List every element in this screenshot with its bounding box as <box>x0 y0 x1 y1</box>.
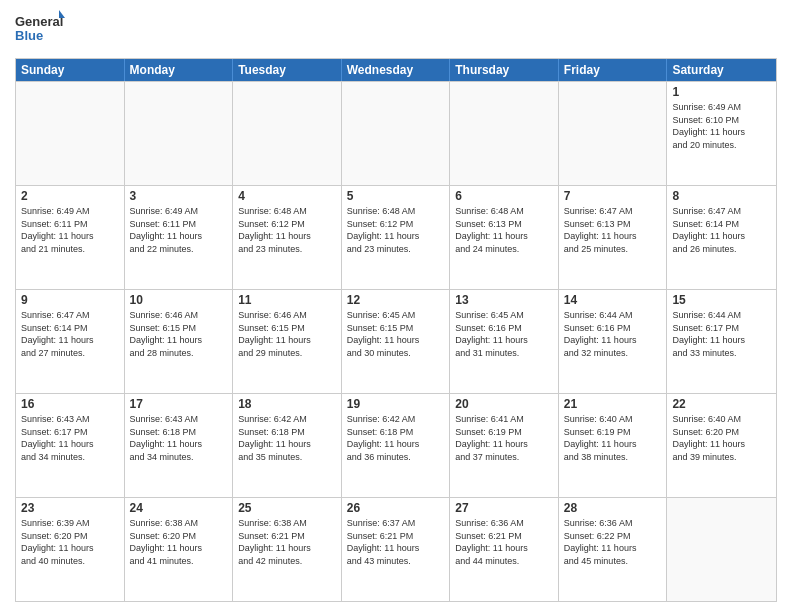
day-number: 18 <box>238 397 336 411</box>
calendar-cell <box>233 82 342 185</box>
calendar-row-1: 2Sunrise: 6:49 AMSunset: 6:11 PMDaylight… <box>16 185 776 289</box>
day-number: 5 <box>347 189 445 203</box>
day-number: 19 <box>347 397 445 411</box>
calendar-body: 1Sunrise: 6:49 AMSunset: 6:10 PMDaylight… <box>16 81 776 601</box>
calendar-cell: 11Sunrise: 6:46 AMSunset: 6:15 PMDayligh… <box>233 290 342 393</box>
header-day-tuesday: Tuesday <box>233 59 342 81</box>
calendar-cell <box>559 82 668 185</box>
calendar-cell: 18Sunrise: 6:42 AMSunset: 6:18 PMDayligh… <box>233 394 342 497</box>
header-day-monday: Monday <box>125 59 234 81</box>
cell-text: Sunrise: 6:44 AMSunset: 6:16 PMDaylight:… <box>564 309 662 359</box>
cell-text: Sunrise: 6:45 AMSunset: 6:15 PMDaylight:… <box>347 309 445 359</box>
calendar-row-0: 1Sunrise: 6:49 AMSunset: 6:10 PMDaylight… <box>16 81 776 185</box>
day-number: 4 <box>238 189 336 203</box>
cell-text: Sunrise: 6:37 AMSunset: 6:21 PMDaylight:… <box>347 517 445 567</box>
day-number: 28 <box>564 501 662 515</box>
cell-text: Sunrise: 6:48 AMSunset: 6:13 PMDaylight:… <box>455 205 553 255</box>
calendar-cell: 6Sunrise: 6:48 AMSunset: 6:13 PMDaylight… <box>450 186 559 289</box>
cell-text: Sunrise: 6:46 AMSunset: 6:15 PMDaylight:… <box>130 309 228 359</box>
cell-text: Sunrise: 6:38 AMSunset: 6:21 PMDaylight:… <box>238 517 336 567</box>
calendar-row-4: 23Sunrise: 6:39 AMSunset: 6:20 PMDayligh… <box>16 497 776 601</box>
cell-text: Sunrise: 6:41 AMSunset: 6:19 PMDaylight:… <box>455 413 553 463</box>
day-number: 26 <box>347 501 445 515</box>
cell-text: Sunrise: 6:49 AMSunset: 6:10 PMDaylight:… <box>672 101 771 151</box>
svg-text:Blue: Blue <box>15 28 43 43</box>
calendar-cell <box>667 498 776 601</box>
header-day-saturday: Saturday <box>667 59 776 81</box>
day-number: 16 <box>21 397 119 411</box>
cell-text: Sunrise: 6:47 AMSunset: 6:13 PMDaylight:… <box>564 205 662 255</box>
day-number: 12 <box>347 293 445 307</box>
cell-text: Sunrise: 6:43 AMSunset: 6:17 PMDaylight:… <box>21 413 119 463</box>
calendar-cell: 22Sunrise: 6:40 AMSunset: 6:20 PMDayligh… <box>667 394 776 497</box>
calendar-cell: 2Sunrise: 6:49 AMSunset: 6:11 PMDaylight… <box>16 186 125 289</box>
calendar-cell: 1Sunrise: 6:49 AMSunset: 6:10 PMDaylight… <box>667 82 776 185</box>
calendar-cell: 7Sunrise: 6:47 AMSunset: 6:13 PMDaylight… <box>559 186 668 289</box>
calendar-row-3: 16Sunrise: 6:43 AMSunset: 6:17 PMDayligh… <box>16 393 776 497</box>
cell-text: Sunrise: 6:36 AMSunset: 6:21 PMDaylight:… <box>455 517 553 567</box>
day-number: 14 <box>564 293 662 307</box>
calendar-cell: 9Sunrise: 6:47 AMSunset: 6:14 PMDaylight… <box>16 290 125 393</box>
calendar-row-2: 9Sunrise: 6:47 AMSunset: 6:14 PMDaylight… <box>16 289 776 393</box>
calendar-cell <box>342 82 451 185</box>
calendar-cell: 10Sunrise: 6:46 AMSunset: 6:15 PMDayligh… <box>125 290 234 393</box>
calendar-cell: 21Sunrise: 6:40 AMSunset: 6:19 PMDayligh… <box>559 394 668 497</box>
day-number: 3 <box>130 189 228 203</box>
calendar: SundayMondayTuesdayWednesdayThursdayFrid… <box>15 58 777 602</box>
cell-text: Sunrise: 6:48 AMSunset: 6:12 PMDaylight:… <box>238 205 336 255</box>
cell-text: Sunrise: 6:46 AMSunset: 6:15 PMDaylight:… <box>238 309 336 359</box>
day-number: 21 <box>564 397 662 411</box>
cell-text: Sunrise: 6:49 AMSunset: 6:11 PMDaylight:… <box>21 205 119 255</box>
cell-text: Sunrise: 6:40 AMSunset: 6:19 PMDaylight:… <box>564 413 662 463</box>
day-number: 8 <box>672 189 771 203</box>
calendar-cell: 27Sunrise: 6:36 AMSunset: 6:21 PMDayligh… <box>450 498 559 601</box>
cell-text: Sunrise: 6:43 AMSunset: 6:18 PMDaylight:… <box>130 413 228 463</box>
day-number: 15 <box>672 293 771 307</box>
day-number: 6 <box>455 189 553 203</box>
day-number: 22 <box>672 397 771 411</box>
cell-text: Sunrise: 6:36 AMSunset: 6:22 PMDaylight:… <box>564 517 662 567</box>
calendar-cell: 20Sunrise: 6:41 AMSunset: 6:19 PMDayligh… <box>450 394 559 497</box>
day-number: 11 <box>238 293 336 307</box>
day-number: 20 <box>455 397 553 411</box>
calendar-cell: 19Sunrise: 6:42 AMSunset: 6:18 PMDayligh… <box>342 394 451 497</box>
day-number: 9 <box>21 293 119 307</box>
cell-text: Sunrise: 6:44 AMSunset: 6:17 PMDaylight:… <box>672 309 771 359</box>
day-number: 17 <box>130 397 228 411</box>
calendar-cell: 25Sunrise: 6:38 AMSunset: 6:21 PMDayligh… <box>233 498 342 601</box>
calendar-cell: 15Sunrise: 6:44 AMSunset: 6:17 PMDayligh… <box>667 290 776 393</box>
calendar-cell: 5Sunrise: 6:48 AMSunset: 6:12 PMDaylight… <box>342 186 451 289</box>
calendar-cell <box>125 82 234 185</box>
svg-text:General: General <box>15 14 63 29</box>
calendar-cell: 8Sunrise: 6:47 AMSunset: 6:14 PMDaylight… <box>667 186 776 289</box>
calendar-cell: 4Sunrise: 6:48 AMSunset: 6:12 PMDaylight… <box>233 186 342 289</box>
calendar-cell <box>450 82 559 185</box>
cell-text: Sunrise: 6:47 AMSunset: 6:14 PMDaylight:… <box>672 205 771 255</box>
cell-text: Sunrise: 6:47 AMSunset: 6:14 PMDaylight:… <box>21 309 119 359</box>
calendar-cell: 24Sunrise: 6:38 AMSunset: 6:20 PMDayligh… <box>125 498 234 601</box>
svg-marker-1 <box>59 10 65 18</box>
cell-text: Sunrise: 6:38 AMSunset: 6:20 PMDaylight:… <box>130 517 228 567</box>
logo: General Blue <box>15 10 65 50</box>
calendar-cell: 23Sunrise: 6:39 AMSunset: 6:20 PMDayligh… <box>16 498 125 601</box>
day-number: 24 <box>130 501 228 515</box>
day-number: 25 <box>238 501 336 515</box>
header: General Blue <box>15 10 777 50</box>
calendar-cell <box>16 82 125 185</box>
day-number: 27 <box>455 501 553 515</box>
calendar-cell: 13Sunrise: 6:45 AMSunset: 6:16 PMDayligh… <box>450 290 559 393</box>
cell-text: Sunrise: 6:48 AMSunset: 6:12 PMDaylight:… <box>347 205 445 255</box>
cell-text: Sunrise: 6:42 AMSunset: 6:18 PMDaylight:… <box>238 413 336 463</box>
cell-text: Sunrise: 6:45 AMSunset: 6:16 PMDaylight:… <box>455 309 553 359</box>
cell-text: Sunrise: 6:49 AMSunset: 6:11 PMDaylight:… <box>130 205 228 255</box>
header-day-thursday: Thursday <box>450 59 559 81</box>
day-number: 1 <box>672 85 771 99</box>
calendar-header-row: SundayMondayTuesdayWednesdayThursdayFrid… <box>16 59 776 81</box>
calendar-cell: 16Sunrise: 6:43 AMSunset: 6:17 PMDayligh… <box>16 394 125 497</box>
calendar-cell: 3Sunrise: 6:49 AMSunset: 6:11 PMDaylight… <box>125 186 234 289</box>
calendar-cell: 17Sunrise: 6:43 AMSunset: 6:18 PMDayligh… <box>125 394 234 497</box>
header-day-sunday: Sunday <box>16 59 125 81</box>
calendar-cell: 14Sunrise: 6:44 AMSunset: 6:16 PMDayligh… <box>559 290 668 393</box>
calendar-cell: 12Sunrise: 6:45 AMSunset: 6:15 PMDayligh… <box>342 290 451 393</box>
day-number: 10 <box>130 293 228 307</box>
